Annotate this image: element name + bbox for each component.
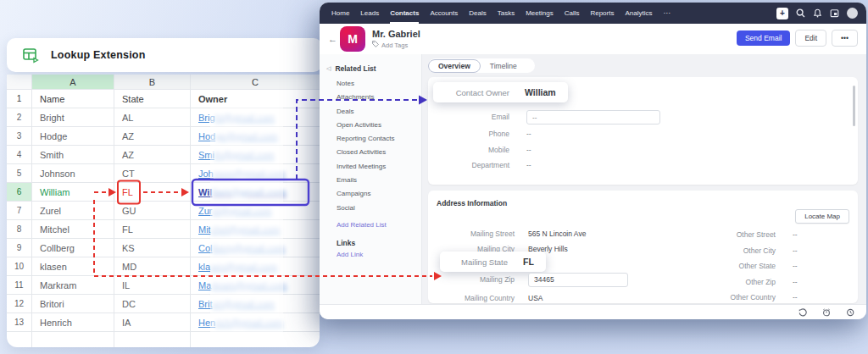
sheet-corner-cell[interactable] [7, 75, 32, 90]
row-number[interactable]: 10 [7, 257, 32, 276]
nav-tab[interactable]: Contacts [390, 3, 419, 24]
related-list-item[interactable]: Campaigns [337, 190, 421, 203]
owner-email-link[interactable]: Owner [198, 94, 227, 104]
cell-name[interactable]: Markram [32, 276, 114, 295]
cell-name[interactable]: Hodge [32, 127, 114, 146]
nav-tab[interactable]: Tasks [498, 3, 515, 24]
nav-tab[interactable]: Accounts [430, 3, 458, 24]
nav-tab[interactable]: Home [331, 3, 349, 24]
nav-tab[interactable]: Analytics [625, 3, 652, 24]
row-number[interactable]: 12 [7, 295, 32, 313]
locate-map-button[interactable]: Locate Map [795, 209, 849, 224]
cell-name[interactable]: Smith [32, 146, 114, 164]
cell-owner[interactable]: Smith@gmail.com [191, 146, 320, 164]
cell-owner[interactable]: Britori@gmail.com [191, 295, 320, 313]
owner-email-link[interactable]: Bright@gmail.com [198, 113, 275, 123]
more-actions-button[interactable]: ••• [832, 30, 858, 47]
cell-state[interactable]: FL [114, 220, 191, 239]
owner-email-link[interactable]: Collberg@gmail.com [198, 243, 285, 253]
owner-email-link[interactable]: Zurel@gmail.com [198, 206, 271, 216]
related-list-item[interactable]: Emails [337, 176, 421, 190]
row-number[interactable]: 6 [7, 183, 32, 202]
cell-name[interactable]: William [32, 183, 114, 202]
cell-name[interactable]: klasen [32, 257, 114, 276]
row-number[interactable]: 7 [7, 202, 32, 220]
cell-name[interactable]: Collberg [32, 239, 114, 257]
row-number[interactable]: 13 [7, 313, 32, 332]
cell-state[interactable]: IA [114, 313, 191, 332]
nav-tab[interactable]: Leads [360, 3, 379, 24]
row-number[interactable]: 3 [7, 127, 32, 146]
tab-overview[interactable]: Overview [428, 59, 481, 73]
owner-email-link[interactable]: Hodge@gmail.com [198, 131, 278, 141]
email-input[interactable] [526, 110, 660, 124]
cell-name[interactable] [32, 332, 114, 347]
column-header-a[interactable]: A [32, 75, 114, 90]
cell-state[interactable]: KS [114, 239, 191, 257]
owner-email-link[interactable]: klasen@gmail.com [198, 262, 277, 272]
cell-state[interactable]: AZ [114, 127, 191, 146]
cell-state[interactable]: AL [114, 108, 191, 127]
add-record-icon[interactable]: + [776, 8, 788, 19]
mailing-zip-input[interactable] [528, 273, 628, 287]
cell-state[interactable]: State [114, 90, 191, 108]
cell-name[interactable]: Mitchel [32, 220, 114, 239]
column-header-b[interactable]: B [114, 75, 191, 90]
collapse-sidebar-icon[interactable]: ◁ [326, 65, 331, 72]
owner-email-link[interactable]: William@gmail.com [198, 187, 287, 197]
owner-email-link[interactable]: Henrich@gmail.com [198, 318, 282, 328]
nav-tab[interactable]: Calls [565, 3, 580, 24]
tab-timeline[interactable]: Timeline [481, 60, 526, 72]
owner-email-link[interactable]: Markram@gmail.com [198, 280, 287, 290]
owner-email-link[interactable]: Johnson@gmail.com [198, 169, 286, 179]
related-list-item[interactable]: Deals [337, 108, 421, 121]
card-scrollbar[interactable] [853, 86, 855, 126]
cell-name[interactable]: Zurel [32, 202, 114, 220]
row-number[interactable] [7, 332, 32, 347]
cell-owner[interactable]: Markram@gmail.com [191, 276, 320, 295]
cell-name[interactable]: Bright [32, 108, 114, 127]
cell-state[interactable]: GU [114, 202, 191, 220]
related-list-item[interactable]: Reporting Contacts [337, 135, 421, 148]
nav-tab[interactable]: Meetings [526, 3, 553, 24]
related-list-item[interactable]: Closed Activities [337, 148, 421, 162]
cell-state[interactable]: IL [114, 276, 191, 295]
cell-state[interactable] [114, 332, 191, 347]
row-number[interactable]: 8 [7, 220, 32, 239]
recent-activity-clock-icon[interactable] [846, 308, 854, 317]
cell-owner[interactable]: Henrich@gmail.com [191, 313, 320, 332]
notifications-bell-icon[interactable] [813, 6, 822, 21]
row-number[interactable]: 5 [7, 164, 32, 183]
cell-state[interactable]: CT [114, 164, 191, 183]
cell-name[interactable]: Britori [32, 295, 114, 313]
contact-avatar[interactable]: M [340, 26, 365, 52]
row-number[interactable]: 9 [7, 239, 32, 257]
cell-state[interactable]: DC [114, 295, 191, 313]
cell-owner[interactable]: Owner [191, 90, 320, 108]
add-link-link[interactable]: Add Link [337, 251, 421, 258]
cell-state[interactable]: MD [114, 257, 191, 276]
related-list-item[interactable]: Attachments [337, 93, 421, 107]
alarm-clock-icon[interactable] [822, 308, 831, 317]
related-list-item[interactable]: Open Activities [337, 121, 421, 135]
user-avatar[interactable] [847, 8, 858, 19]
column-header-c[interactable]: C [191, 75, 320, 90]
cell-state[interactable]: FL [114, 183, 191, 202]
nav-tab[interactable]: Reports [590, 3, 614, 24]
related-list-item[interactable]: Invited Meetings [337, 163, 421, 176]
cell-owner[interactable] [191, 332, 320, 347]
cell-name[interactable]: Name [32, 90, 114, 108]
cell-owner[interactable]: Hodge@gmail.com [191, 127, 320, 146]
owner-email-link[interactable]: Smith@gmail.com [198, 150, 274, 160]
owner-email-link[interactable]: Mitchel@gmail.com [198, 224, 280, 235]
cell-owner[interactable]: Mitchel@gmail.com [191, 220, 320, 239]
cell-owner[interactable]: William@gmail.com [191, 183, 320, 202]
calendar-icon[interactable] [830, 6, 839, 21]
cell-name[interactable]: Henrich [32, 313, 114, 332]
cell-name[interactable]: Johnson [32, 164, 114, 183]
cell-owner[interactable]: Zurel@gmail.com [191, 202, 320, 220]
cell-state[interactable]: AZ [114, 146, 191, 164]
cell-owner[interactable]: Johnson@gmail.com [191, 164, 320, 183]
row-number[interactable]: 11 [7, 276, 32, 295]
edit-button[interactable]: Edit [795, 30, 826, 47]
